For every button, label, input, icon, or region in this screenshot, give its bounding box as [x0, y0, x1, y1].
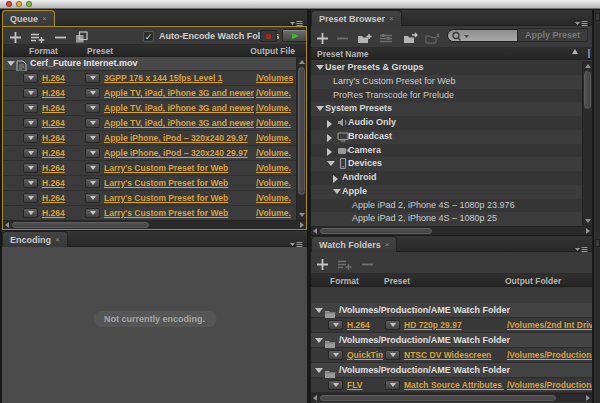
window-titlebar[interactable] [0, 0, 600, 9]
preset-tree-item[interactable]: Apple [311, 185, 582, 199]
format-link[interactable]: H.264 [42, 148, 82, 158]
output-folder-link[interactable]: /Volumes/Production/AM [507, 380, 592, 390]
format-dropdown[interactable] [23, 73, 38, 83]
format-dropdown[interactable] [23, 133, 38, 143]
format-dropdown[interactable] [23, 208, 38, 218]
format-dropdown[interactable] [328, 350, 343, 360]
column-preset[interactable]: Preset [384, 276, 410, 286]
preset-link[interactable]: Apple iPhone, iPod – 320x240 29.97 [104, 133, 254, 143]
close-window-button[interactable] [6, 1, 12, 7]
start-queue-button[interactable] [282, 29, 307, 42]
column-preset-name[interactable]: Preset Name [317, 49, 369, 59]
output-file-link[interactable]: /Volumes [256, 73, 296, 83]
scrollbar-thumb[interactable] [584, 71, 591, 109]
preset-tree-item[interactable]: Apple iPad 2, iPhone 4S – 1080p 25 [311, 212, 582, 226]
preset-dropdown[interactable] [85, 118, 100, 128]
preset-link[interactable]: Larry's Custom Preset for Web [104, 178, 254, 188]
preset-tree-item[interactable]: Broadcast [311, 130, 582, 144]
expand-triangle-icon[interactable] [327, 134, 332, 142]
output-file-link[interactable]: /Volume. [256, 193, 296, 203]
preset-link[interactable]: Apple TV, iPad, iPhone 3G and newer – 48… [104, 103, 254, 113]
remove-button[interactable] [54, 30, 67, 43]
format-link[interactable]: H.264 [42, 133, 82, 143]
expand-triangle-icon[interactable] [327, 120, 332, 128]
preset-tree-item[interactable]: System Presets [311, 102, 582, 116]
scrollbar-thumb[interactable] [12, 222, 149, 228]
auto-encode-checkbox[interactable]: ✓ [143, 31, 154, 42]
add-output-button[interactable] [337, 257, 350, 270]
export-preset-icon[interactable] [425, 31, 438, 44]
preset-vertical-scrollbar[interactable] [582, 61, 592, 226]
preset-tree-item[interactable]: Apple iPad 2, iPhone 4S – 1080p 23.976 [311, 199, 582, 213]
watch-folder-group-row[interactable]: /Volumes/Production/AME Watch Folder [311, 363, 592, 378]
preset-dropdown[interactable] [85, 103, 100, 113]
column-output-file[interactable]: Output File [241, 46, 295, 56]
remove-watch-folder-button[interactable] [361, 257, 374, 270]
collapse-triangle-icon[interactable] [327, 161, 335, 166]
scrollbar-thumb[interactable] [320, 228, 432, 234]
output-file-link[interactable]: /Volume. [256, 103, 296, 113]
add-output-button[interactable] [30, 30, 43, 43]
preset-link[interactable]: Larry's Custom Preset for Web [104, 208, 254, 218]
queue-vertical-scrollbar[interactable] [296, 57, 306, 220]
preset-dropdown[interactable] [85, 178, 100, 188]
preset-dropdown[interactable] [85, 133, 100, 143]
output-file-link[interactable]: /Volume. [256, 208, 296, 218]
close-tab-icon[interactable]: × [42, 14, 47, 23]
format-dropdown[interactable] [23, 193, 38, 203]
format-link[interactable]: QuickTime [347, 350, 383, 360]
preset-dropdown[interactable] [85, 208, 100, 218]
tab-encoding[interactable]: Encoding × [2, 231, 68, 247]
preset-dropdown[interactable] [85, 148, 100, 158]
format-link[interactable]: H.264 [42, 88, 82, 98]
queue-horizontal-scrollbar[interactable] [3, 220, 306, 229]
delete-preset-button[interactable] [336, 31, 349, 44]
preset-tree-item[interactable]: Devices [311, 157, 582, 171]
format-link[interactable]: H.264 [42, 73, 82, 83]
format-link[interactable]: H.264 [42, 163, 82, 173]
format-link[interactable]: H.264 [42, 103, 82, 113]
expand-triangle-icon[interactable] [327, 148, 332, 156]
preset-link[interactable]: Larry's Custom Preset for Web [104, 163, 254, 173]
column-preset[interactable]: Preset [87, 46, 113, 56]
preset-tree-item[interactable]: Audio Only [311, 116, 582, 130]
output-file-link[interactable]: /Volume. [256, 88, 296, 98]
collapse-triangle-icon[interactable] [315, 338, 323, 343]
format-link[interactable]: H.264 [42, 118, 82, 128]
format-link[interactable]: FLV [347, 380, 383, 390]
output-file-link[interactable]: /Volume. [256, 178, 296, 188]
preset-tree-item[interactable]: Android [311, 171, 582, 185]
column-format[interactable]: Format [330, 276, 359, 286]
preset-link[interactable]: NTSC DV Widescreen [404, 350, 504, 360]
sort-ascending-icon[interactable] [572, 49, 578, 54]
preset-tree-item[interactable]: Larry's Custom Preset for Web [311, 75, 582, 89]
preset-link[interactable]: Apple TV, iPad, iPhone 3G and newer – 48… [104, 118, 254, 128]
stop-queue-button[interactable] [260, 30, 277, 42]
preset-dropdown[interactable] [385, 350, 400, 360]
output-file-link[interactable]: /Volume. [256, 163, 296, 173]
collapse-triangle-icon[interactable] [333, 189, 341, 194]
add-watch-folder-button[interactable] [316, 257, 329, 270]
preset-dropdown[interactable] [385, 320, 400, 330]
output-file-link[interactable]: /Volume. [256, 133, 296, 143]
minimize-window-button[interactable] [16, 1, 22, 7]
watch-folder-group-row[interactable]: /Volumes/Production/AME Watch Folder [311, 303, 592, 318]
preset-dropdown[interactable] [85, 88, 100, 98]
format-dropdown[interactable] [23, 118, 38, 128]
collapse-triangle-icon[interactable] [315, 308, 323, 313]
preset-dropdown[interactable] [85, 73, 100, 83]
format-dropdown[interactable] [328, 380, 343, 390]
format-link[interactable]: H.264 [347, 320, 383, 330]
preset-link[interactable]: Match Source Attributes (H. [404, 380, 504, 390]
preset-tree-item[interactable]: Camera [311, 144, 582, 158]
collapse-triangle-icon[interactable] [315, 368, 323, 373]
new-preset-group-icon[interactable] [357, 31, 370, 44]
import-preset-icon[interactable] [403, 31, 416, 44]
tab-watch-folders[interactable]: Watch Folders × [311, 236, 397, 252]
output-folder-link[interactable]: /Volumes/2nd Int Drive/ [507, 320, 592, 330]
preset-dropdown[interactable] [85, 163, 100, 173]
preset-tree-item[interactable]: ProRes Transcode for Prelude [311, 89, 582, 103]
zoom-window-button[interactable] [26, 1, 32, 7]
column-output-folder[interactable]: Output Folder [505, 276, 561, 286]
watch-folder-group-row[interactable]: /Volumes/Production/AME Watch Folder [311, 333, 592, 348]
